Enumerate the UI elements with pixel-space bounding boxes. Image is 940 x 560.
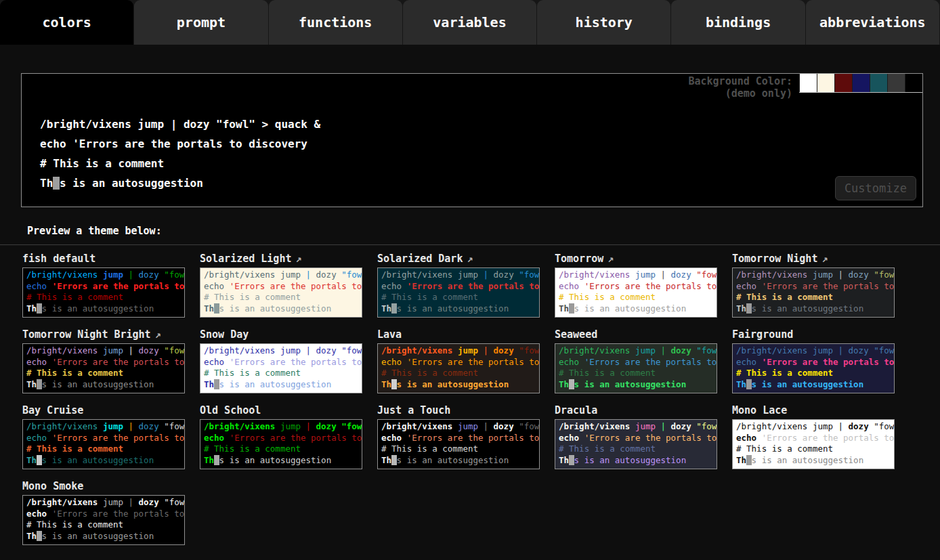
segment-pipe: | — [129, 497, 134, 507]
sample-line2: echo 'Errors are the portals to discover… — [381, 281, 536, 293]
sample-line4: This is an autosuggestion — [736, 455, 891, 467]
theme-preview-solarized-light[interactable]: /bright/vixens jump | dozy "fowl" > quac… — [200, 267, 362, 318]
segment-string: 'Errors are the portals to discovery — [72, 137, 307, 150]
background-swatch-0[interactable] — [799, 74, 817, 92]
tab-prompt[interactable]: prompt — [134, 0, 268, 45]
text-cursor: i — [746, 455, 752, 465]
background-swatch-5[interactable] — [887, 74, 905, 92]
theme-preview-tomorrow-night[interactable]: /bright/vixens jump | dozy "fowl" > quac… — [732, 267, 895, 318]
segment-jump: jump — [807, 421, 838, 431]
background-swatch-1[interactable] — [817, 74, 834, 92]
segment-dozy: dozy — [843, 270, 874, 280]
theme-preview-fish-default[interactable]: /bright/vixens jump | dozy "fowl" > quac… — [22, 267, 185, 318]
background-color-row: Background Color: (demo only) — [688, 74, 922, 100]
background-swatch-6[interactable] — [905, 74, 922, 92]
theme-card-mono-smoke: Mono Smoke/bright/vixens jump | dozy "fo… — [22, 478, 185, 545]
tab-functions[interactable]: functions — [269, 0, 402, 45]
external-link-icon[interactable]: ↗ — [821, 253, 828, 265]
background-swatch-4[interactable] — [870, 74, 887, 92]
theme-title: Tomorrow Night↗ — [732, 251, 895, 267]
segment-string: 'Errors are the portals to discovery — [52, 281, 185, 291]
segment-jump: jump — [98, 421, 128, 431]
text-cursor: i — [37, 303, 42, 314]
theme-card-just-a-touch: Just a Touch/bright/vixens jump | dozy "… — [377, 402, 540, 469]
text-cursor: i — [37, 379, 42, 389]
theme-preview-snow-day[interactable]: /bright/vixens jump | dozy "fowl" > quac… — [200, 343, 362, 393]
theme-title: Lava — [377, 326, 540, 343]
tab-bindings[interactable]: bindings — [671, 0, 805, 45]
theme-card-snow-day: Snow Day/bright/vixens jump | dozy "fowl… — [200, 326, 362, 393]
theme-preview-solarized-dark[interactable]: /bright/vixens jump | dozy "fowl" > quac… — [377, 267, 540, 318]
tab-variables[interactable]: variables — [403, 0, 536, 45]
customize-button[interactable]: Customize — [835, 176, 916, 200]
tab-history[interactable]: history — [537, 0, 670, 45]
theme-name: Solarized Dark — [377, 253, 463, 265]
segment-quote: "fowl" > quack & — [341, 421, 362, 431]
sample-line1: /bright/vixens jump | dozy "fowl" > quac… — [559, 345, 713, 357]
segment-pipe: | — [484, 345, 489, 356]
segment-string: 'Errors are the portals to discovery — [762, 281, 895, 291]
sample-line1: /bright/vixens jump | dozy "fowl" > quac… — [381, 421, 536, 433]
segment-autosuggest: s is an autosuggestion — [574, 455, 687, 465]
segment-string: 'Errors are the portals to discovery — [407, 357, 540, 367]
segment-echo: echo — [381, 281, 407, 291]
background-swatch-3[interactable] — [852, 74, 870, 92]
segment-echo: echo — [381, 357, 407, 367]
sample-line2: echo 'Errors are the portals to discover… — [204, 433, 358, 444]
segment-comment: # This is a comment — [26, 519, 123, 530]
theme-name: Solarized Light — [200, 253, 291, 265]
segment-string: 'Errors are the portals to discovery — [52, 357, 185, 367]
background-swatch-2[interactable] — [834, 74, 852, 92]
external-link-icon[interactable]: ↗ — [607, 253, 614, 265]
theme-preview-seaweed[interactable]: /bright/vixens jump | dozy "fowl" > quac… — [555, 343, 717, 393]
segment-dozy: dozy — [488, 270, 519, 280]
segment-path: /bright/vixens — [26, 497, 98, 507]
theme-preview-mono-smoke[interactable]: /bright/vixens jump | dozy "fowl" > quac… — [22, 495, 185, 545]
segment-autosuggest: s is an autosuggestion — [219, 303, 332, 314]
tab-abbreviations[interactable]: abbreviations — [806, 0, 939, 45]
segment-path: /bright/vixens — [204, 345, 275, 356]
theme-preview-dracula[interactable]: /bright/vixens jump | dozy "fowl" > quac… — [555, 419, 717, 469]
segment-comment: # This is a comment — [26, 368, 123, 378]
background-color-label-wrap: Background Color: (demo only) — [688, 74, 799, 100]
sample-line3: # This is a comment — [736, 292, 891, 303]
segment-pipe: | — [484, 270, 489, 280]
theme-card-tomorrow: Tomorrow↗/bright/vixens jump | dozy "fow… — [555, 251, 717, 318]
sample-line2: echo 'Errors are the portals to discover… — [204, 281, 358, 293]
theme-preview-fairground[interactable]: /bright/vixens jump | dozy "fowl" > quac… — [732, 343, 895, 393]
terminal-preview-box: Background Color: (demo only) /bright/vi… — [21, 73, 923, 207]
segment-echo: echo — [736, 281, 762, 291]
theme-title: Solarized Dark↗ — [377, 251, 540, 267]
segment-autosuggest: s is an autosuggestion — [397, 379, 509, 389]
sample-line1: /bright/vixens jump | dozy "fowl" > quac… — [204, 421, 358, 433]
segment-dozy: dozy — [311, 421, 341, 431]
sample-line4: This is an autosuggestion — [26, 455, 181, 467]
theme-preview-old-school[interactable]: /bright/vixens jump | dozy "fowl" > quac… — [200, 419, 362, 469]
segment-quote: "fowl" > quack & — [696, 270, 717, 280]
segment-comment: # This is a comment — [736, 292, 833, 302]
segment-typed: Th — [26, 455, 37, 465]
external-link-icon[interactable]: ↗ — [467, 253, 473, 265]
segment-jump: jump — [630, 345, 660, 356]
theme-preview-just-a-touch[interactable]: /bright/vixens jump | dozy "fowl" > quac… — [377, 419, 540, 469]
theme-preview-tomorrow-night-bright[interactable]: /bright/vixens jump | dozy "fowl" > quac… — [22, 343, 185, 393]
sample-line3: # This is a comment — [204, 292, 358, 303]
theme-name: Dracula — [555, 404, 597, 416]
segment-string: 'Errors are the portals to discovery — [230, 357, 362, 367]
theme-preview-tomorrow[interactable]: /bright/vixens jump | dozy "fowl" > quac… — [555, 267, 717, 318]
segment-jump: jump — [98, 345, 128, 356]
theme-name: Old School — [200, 404, 261, 416]
theme-preview-bay-cruise[interactable]: /bright/vixens jump | dozy "fowl" > quac… — [22, 419, 185, 469]
segment-typed: Th — [26, 379, 37, 389]
theme-preview-lava[interactable]: /bright/vixens jump | dozy "fowl" > quac… — [377, 343, 540, 393]
theme-preview-mono-lace[interactable]: /bright/vixens jump | dozy "fowl" > quac… — [732, 419, 895, 469]
tab-colors[interactable]: colors — [0, 0, 133, 45]
external-link-icon[interactable]: ↗ — [155, 328, 161, 341]
segment-string: 'Errors are the portals to discovery — [762, 357, 895, 367]
text-cursor: i — [53, 177, 60, 190]
theme-title: Solarized Light↗ — [200, 251, 362, 267]
segment-autosuggest: s is an autosuggestion — [60, 177, 203, 190]
sample-line1: /bright/vixens jump | dozy "fowl" > quac… — [26, 270, 181, 281]
external-link-icon[interactable]: ↗ — [295, 253, 301, 265]
segment-comment: # This is a comment — [40, 157, 164, 170]
